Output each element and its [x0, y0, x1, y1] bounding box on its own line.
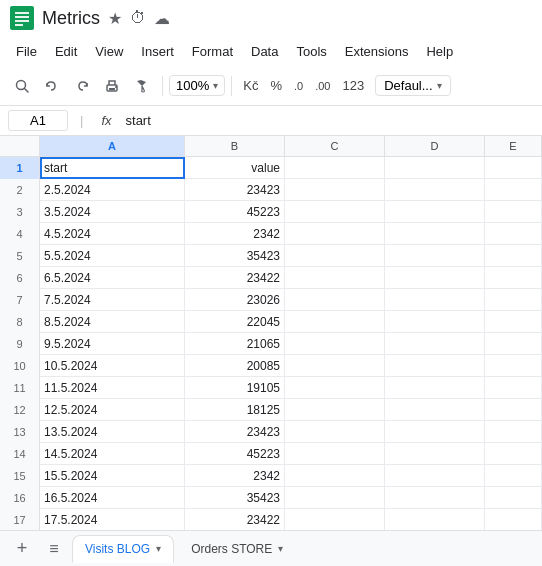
- cell-e7[interactable]: [485, 289, 542, 311]
- cell-d8[interactable]: [385, 311, 485, 333]
- cell-a14[interactable]: 14.5.2024: [40, 443, 185, 465]
- cell-a1[interactable]: start: [40, 157, 185, 179]
- cell-c16[interactable]: [285, 487, 385, 509]
- cell-b2[interactable]: 23423: [185, 179, 285, 201]
- cell-c15[interactable]: [285, 465, 385, 487]
- cell-a8[interactable]: 8.5.2024: [40, 311, 185, 333]
- sheet-menu-button[interactable]: ≡: [40, 535, 68, 563]
- tab-orders-store[interactable]: Orders STORE ▾: [178, 535, 296, 563]
- cell-e11[interactable]: [485, 377, 542, 399]
- cell-b1[interactable]: value: [185, 157, 285, 179]
- cell-d10[interactable]: [385, 355, 485, 377]
- cell-e10[interactable]: [485, 355, 542, 377]
- cell-c3[interactable]: [285, 201, 385, 223]
- menu-extensions[interactable]: Extensions: [337, 40, 417, 63]
- format-paint-button[interactable]: [128, 74, 156, 98]
- cell-a12[interactable]: 12.5.2024: [40, 399, 185, 421]
- menu-format[interactable]: Format: [184, 40, 241, 63]
- cell-b12[interactable]: 18125: [185, 399, 285, 421]
- cell-a10[interactable]: 10.5.2024: [40, 355, 185, 377]
- cell-c6[interactable]: [285, 267, 385, 289]
- menu-data[interactable]: Data: [243, 40, 286, 63]
- cell-c12[interactable]: [285, 399, 385, 421]
- menu-insert[interactable]: Insert: [133, 40, 182, 63]
- col-header-b[interactable]: B: [185, 136, 285, 156]
- star-icon[interactable]: ★: [108, 9, 122, 28]
- menu-file[interactable]: File: [8, 40, 45, 63]
- cell-c11[interactable]: [285, 377, 385, 399]
- decimal-less-button[interactable]: .0: [289, 76, 308, 96]
- cell-d16[interactable]: [385, 487, 485, 509]
- cell-a4[interactable]: 4.5.2024: [40, 223, 185, 245]
- cell-a3[interactable]: 3.5.2024: [40, 201, 185, 223]
- cell-a7[interactable]: 7.5.2024: [40, 289, 185, 311]
- cell-d17[interactable]: [385, 509, 485, 531]
- cell-e8[interactable]: [485, 311, 542, 333]
- number-button[interactable]: 123: [337, 74, 369, 97]
- col-header-c[interactable]: C: [285, 136, 385, 156]
- menu-view[interactable]: View: [87, 40, 131, 63]
- cell-d11[interactable]: [385, 377, 485, 399]
- cell-c2[interactable]: [285, 179, 385, 201]
- cell-c10[interactable]: [285, 355, 385, 377]
- cell-e1[interactable]: [485, 157, 542, 179]
- col-header-a[interactable]: A: [40, 136, 185, 156]
- cell-d5[interactable]: [385, 245, 485, 267]
- add-sheet-button[interactable]: +: [8, 535, 36, 563]
- cell-a15[interactable]: 15.5.2024: [40, 465, 185, 487]
- cell-a11[interactable]: 11.5.2024: [40, 377, 185, 399]
- cell-b4[interactable]: 2342: [185, 223, 285, 245]
- cell-e3[interactable]: [485, 201, 542, 223]
- cell-d1[interactable]: [385, 157, 485, 179]
- tab-visits-blog[interactable]: Visits BLOG ▾: [72, 535, 174, 563]
- cell-d13[interactable]: [385, 421, 485, 443]
- cell-a16[interactable]: 16.5.2024: [40, 487, 185, 509]
- search-button[interactable]: [8, 74, 36, 98]
- cell-d3[interactable]: [385, 201, 485, 223]
- cell-b10[interactable]: 20085: [185, 355, 285, 377]
- cell-b6[interactable]: 23422: [185, 267, 285, 289]
- cell-d2[interactable]: [385, 179, 485, 201]
- cell-d14[interactable]: [385, 443, 485, 465]
- cell-d7[interactable]: [385, 289, 485, 311]
- cell-d15[interactable]: [385, 465, 485, 487]
- decimal-more-button[interactable]: .00: [310, 76, 335, 96]
- cell-c9[interactable]: [285, 333, 385, 355]
- cell-e6[interactable]: [485, 267, 542, 289]
- cell-c8[interactable]: [285, 311, 385, 333]
- cell-c17[interactable]: [285, 509, 385, 531]
- cell-c13[interactable]: [285, 421, 385, 443]
- cell-b15[interactable]: 2342: [185, 465, 285, 487]
- cell-b13[interactable]: 23423: [185, 421, 285, 443]
- cell-b14[interactable]: 45223: [185, 443, 285, 465]
- print-button[interactable]: [98, 74, 126, 98]
- cell-e5[interactable]: [485, 245, 542, 267]
- cell-b8[interactable]: 22045: [185, 311, 285, 333]
- col-header-d[interactable]: D: [385, 136, 485, 156]
- cell-d12[interactable]: [385, 399, 485, 421]
- cell-a9[interactable]: 9.5.2024: [40, 333, 185, 355]
- cell-c14[interactable]: [285, 443, 385, 465]
- cell-reference[interactable]: A1: [8, 110, 68, 131]
- cell-a2[interactable]: 2.5.2024: [40, 179, 185, 201]
- zoom-selector[interactable]: 100% ▾: [169, 75, 225, 96]
- cell-a5[interactable]: 5.5.2024: [40, 245, 185, 267]
- cell-b5[interactable]: 35423: [185, 245, 285, 267]
- cell-c7[interactable]: [285, 289, 385, 311]
- cell-b11[interactable]: 19105: [185, 377, 285, 399]
- menu-edit[interactable]: Edit: [47, 40, 85, 63]
- tab-visits-blog-arrow[interactable]: ▾: [156, 543, 161, 554]
- cell-d6[interactable]: [385, 267, 485, 289]
- drive-icon[interactable]: ☁: [154, 9, 170, 28]
- menu-tools[interactable]: Tools: [288, 40, 334, 63]
- cell-d9[interactable]: [385, 333, 485, 355]
- cell-e17[interactable]: [485, 509, 542, 531]
- cell-a13[interactable]: 13.5.2024: [40, 421, 185, 443]
- cell-d4[interactable]: [385, 223, 485, 245]
- cell-b3[interactable]: 45223: [185, 201, 285, 223]
- cell-e16[interactable]: [485, 487, 542, 509]
- cell-b16[interactable]: 35423: [185, 487, 285, 509]
- cell-e14[interactable]: [485, 443, 542, 465]
- cell-c5[interactable]: [285, 245, 385, 267]
- cell-e15[interactable]: [485, 465, 542, 487]
